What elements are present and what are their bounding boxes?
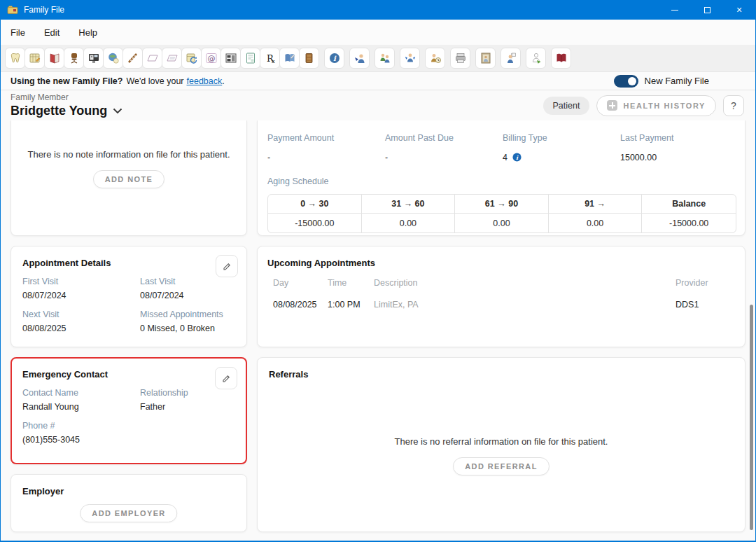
add-referral-button[interactable]: ADD REFERRAL [453, 457, 550, 475]
appointment-details-card: Appointment Details First Visit08/07/202… [10, 246, 247, 347]
appointment-book-icon[interactable] [24, 48, 45, 69]
first-visit-label: First Visit [22, 277, 140, 286]
banner-question: Using the new Family File? [10, 76, 122, 86]
aging-schedule-label: Aging Schedule [267, 176, 735, 186]
payment-amount-value: - [267, 153, 385, 162]
minimize-icon [671, 10, 678, 11]
ledger-icon[interactable] [44, 48, 64, 69]
patient-name: Bridgette Young [10, 104, 107, 118]
banner-suffix: . [222, 76, 224, 86]
info-icon[interactable]: i [512, 153, 522, 162]
billing-type-value: 4 i [503, 153, 620, 162]
banner-text: We'd love your [126, 76, 183, 86]
patient-chart-monitor-icon[interactable] [83, 48, 104, 69]
feedback-banner: Using the new Family File? We'd love you… [1, 71, 755, 90]
column-description: Description [374, 278, 676, 288]
more-information-icon[interactable]: i [324, 48, 344, 69]
phone-label: Phone # [22, 421, 140, 431]
help-button[interactable]: ? [723, 95, 744, 116]
relationship-label: Relationship [140, 388, 235, 398]
menu-file[interactable]: File [10, 27, 25, 38]
questionnaire-responses-icon[interactable] [162, 48, 182, 69]
billing-card: Payment Amount Amount Past Due Billing T… [257, 120, 746, 236]
health-history-button[interactable]: HEALTH HISTORY [596, 95, 716, 116]
toggle-label: New Family File [645, 76, 709, 86]
pencil-icon [222, 261, 232, 272]
svg-text:@: @ [207, 54, 215, 63]
family-relations-icon[interactable] [220, 48, 241, 69]
emergency-contact-title: Emergency Contact [22, 369, 235, 380]
aging-value-balance: -15000.00 [642, 214, 736, 232]
appointment-day: 08/08/2025 [267, 300, 328, 310]
office-journal-icon[interactable] [181, 48, 202, 69]
last-payment-label: Last Payment [620, 133, 738, 143]
appointment-provider: DDS1 [676, 300, 735, 310]
patient-exchange-icon[interactable] [400, 48, 420, 69]
email-icon[interactable]: @ [201, 48, 221, 69]
employer-title: Employer [22, 486, 235, 496]
questionnaire-icon[interactable] [142, 48, 162, 69]
billing-type-label: Billing Type [503, 133, 620, 143]
document-center-icon[interactable] [240, 48, 260, 69]
new-family-file-toggle[interactable] [614, 75, 638, 88]
vertical-scrollbar[interactable] [750, 305, 753, 530]
health-history-label: HEALTH HISTORY [623, 102, 706, 110]
add-family-member-icon[interactable] [374, 48, 395, 69]
patient-file-tooth-icon[interactable] [5, 48, 25, 69]
menu-edit[interactable]: Edit [44, 27, 59, 38]
family-member-label: Family Member [10, 92, 122, 102]
patient-picture-icon[interactable] [475, 48, 496, 69]
treatment-planner-globe-icon[interactable] [103, 48, 123, 69]
amount-past-due-value: - [385, 153, 503, 162]
edit-emergency-contact-button[interactable] [215, 367, 237, 389]
first-visit-value: 08/07/2024 [22, 291, 140, 300]
add-employer-button[interactable]: ADD EMPLOYER [80, 504, 177, 522]
payment-amount-label: Payment Amount [267, 133, 385, 143]
patient-alerts-flag-icon[interactable] [500, 48, 521, 69]
feedback-link[interactable]: feedback [187, 76, 223, 86]
appointment-time: 1:00 PM [328, 300, 374, 310]
quick-letters-icon[interactable] [279, 48, 300, 69]
menu-help[interactable]: Help [78, 27, 97, 38]
chevron-down-icon [113, 108, 122, 114]
referrals-empty-text: There is no referral information on file… [258, 436, 745, 447]
relationship-value: Father [140, 402, 235, 412]
archive-cabinet-icon[interactable] [299, 48, 319, 69]
maximize-icon [704, 7, 710, 13]
employer-card: Employer ADD EMPLOYER [10, 474, 247, 532]
appointment-description: LimitEx, PA [374, 300, 676, 310]
appointment-details-title: Appointment Details [22, 258, 235, 268]
perio-chart-probe-icon[interactable] [122, 48, 143, 69]
prescriptions-rx-icon[interactable]: Rx [260, 48, 280, 69]
aging-schedule-table: 0 → 30 31 → 60 61 → 90 91 → Balance -150… [267, 194, 736, 233]
referrals-title: Referrals [269, 369, 734, 380]
last-visit-label: Last Visit [140, 277, 235, 286]
aging-value-0-30: -15000.00 [268, 214, 362, 232]
education-book-icon[interactable] [551, 48, 571, 69]
last-visit-value: 08/07/2024 [140, 291, 235, 300]
edit-appointment-details-button[interactable] [216, 255, 238, 277]
contact-name-value: Randall Young [22, 402, 140, 412]
patient-referral-icon[interactable] [349, 48, 370, 69]
contact-name-label: Contact Name [22, 388, 140, 398]
minimize-button[interactable] [659, 0, 691, 20]
patient-status-badge[interactable]: Patient [543, 97, 590, 115]
close-button[interactable]: × [723, 0, 755, 20]
menu-bar: File Edit Help [1, 20, 755, 45]
maximize-button[interactable] [691, 0, 723, 20]
aging-col-61-90: 61 → 90 [455, 195, 549, 214]
printer-icon[interactable] [450, 48, 470, 69]
patient-export-icon[interactable] [526, 48, 546, 69]
time-clock-icon[interactable] [425, 48, 445, 69]
missed-appointments-value: 0 Missed, 0 Broken [140, 324, 235, 333]
missed-appointments-label: Missed Appointments [140, 310, 235, 319]
add-note-button[interactable]: ADD NOTE [93, 170, 165, 188]
appointment-row[interactable]: 08/08/2025 1:00 PM LimitEx, PA DDS1 [267, 300, 735, 310]
aging-value-91-plus: 0.00 [549, 214, 643, 232]
family-member-dropdown[interactable]: Bridgette Young [10, 104, 122, 118]
window-title: Family File [24, 5, 64, 15]
family-file-window: Family File × File Edit Help @ Rx i [0, 0, 756, 542]
titlebar: Family File × [1, 0, 755, 20]
aging-col-balance: Balance [642, 195, 736, 214]
office-manager-chair-icon[interactable] [64, 48, 84, 69]
